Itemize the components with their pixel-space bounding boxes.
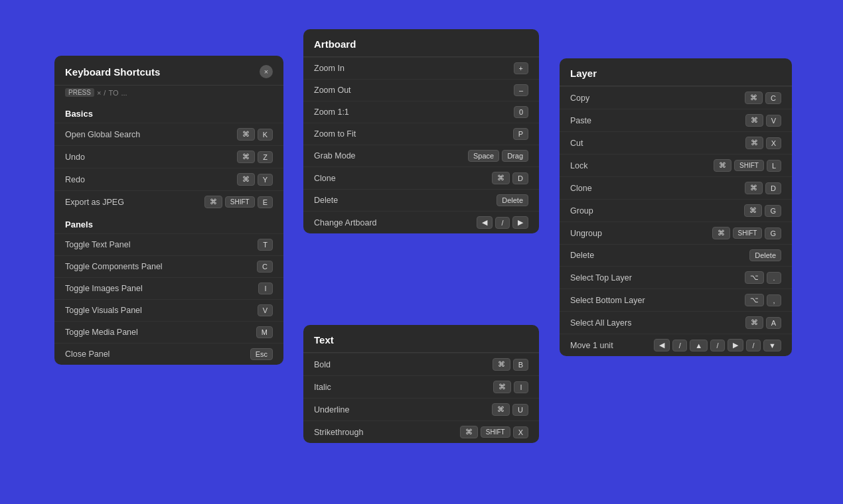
shortcut-paste: Paste V xyxy=(560,109,792,131)
cmd-key xyxy=(745,316,763,329)
c-key: C xyxy=(257,261,273,273)
shortcut-keys: / / / xyxy=(654,339,781,351)
shortcut-name: Ungroup xyxy=(570,229,602,238)
z-key: Z xyxy=(258,151,273,163)
breadcrumb-sep2: / xyxy=(104,89,106,97)
shortcut-keys: , xyxy=(745,294,781,306)
d-key: D xyxy=(765,182,781,194)
breadcrumb-sep1: × xyxy=(97,89,101,97)
shortcut-select-top-layer: Select Top Layer . xyxy=(560,266,792,288)
shortcut-keys: X xyxy=(745,137,781,149)
arrow-down-key xyxy=(763,340,781,351)
shortcut-name: Select Bottom Layer xyxy=(570,296,645,305)
cmd-key xyxy=(745,137,763,149)
shortcut-redo: Redo Y xyxy=(54,168,283,190)
shortcut-keys: D xyxy=(492,172,528,184)
shortcut-cut: Cut X xyxy=(560,131,792,154)
shortcut-strikethrough: Strikethrough SHIFT X xyxy=(303,420,539,443)
shortcut-keys: + xyxy=(514,62,528,74)
shortcut-name: Redo xyxy=(65,175,85,184)
x-key: X xyxy=(766,137,781,149)
shortcut-keys: SHIFT E xyxy=(204,196,273,208)
delete-key: Delete xyxy=(749,249,781,261)
arrow-right-key xyxy=(512,216,528,229)
shortcut-clone-layer: Clone D xyxy=(560,176,792,199)
shortcut-keys: I xyxy=(493,381,528,393)
shortcut-name: Export as JPEG xyxy=(65,198,124,207)
arrow-left-key xyxy=(654,339,670,351)
i-key: I xyxy=(514,381,528,393)
shortcut-keys: – xyxy=(514,84,528,96)
comma-key: , xyxy=(767,294,781,306)
p-key: P xyxy=(513,128,528,140)
shortcut-name: Group xyxy=(570,206,593,216)
shortcut-name: Lock xyxy=(570,161,587,170)
shortcut-keys: Delete xyxy=(497,194,528,206)
shortcut-ungroup: Ungroup SHIFT G xyxy=(560,221,792,244)
opt-key xyxy=(745,294,764,306)
layer-panel: Layer Copy C Paste V Cut X Lock SHIFT L … xyxy=(560,58,792,356)
cmd-key xyxy=(237,151,255,163)
breadcrumb-press: PRESS xyxy=(65,88,94,97)
text-panel: Text Bold B Italic I Underline U Striket… xyxy=(303,325,539,443)
artboard-panel-header: Artboard xyxy=(303,29,539,57)
shortcut-zoom-in: Zoom In + xyxy=(303,57,539,79)
text-panel-header: Text xyxy=(303,325,539,353)
t-key: T xyxy=(258,239,273,251)
shortcut-name: Grab Mode xyxy=(314,151,356,160)
minus-key: – xyxy=(514,84,528,96)
shortcut-toggle-media: Toggle Media Panel M xyxy=(54,321,283,343)
v-key: V xyxy=(258,304,273,316)
keyboard-panel-close[interactable]: × xyxy=(260,65,273,78)
shortcut-lock: Lock SHIFT L xyxy=(560,154,792,176)
arrow-right-key xyxy=(728,339,743,351)
d-key: D xyxy=(512,172,528,184)
basics-section-label: Basics xyxy=(54,102,283,123)
shortcut-group: Group G xyxy=(560,199,792,221)
cmd-key xyxy=(237,128,255,141)
shortcut-name: Copy xyxy=(570,94,589,103)
shift-key: SHIFT xyxy=(733,227,763,239)
shortcut-name: Bold xyxy=(314,360,331,369)
shortcut-keys: T xyxy=(258,239,273,251)
shortcut-name: Zoom In xyxy=(314,64,345,73)
shortcut-name: Underline xyxy=(314,405,350,414)
shortcut-name: Open Global Search xyxy=(65,130,140,139)
shortcut-underline: Underline U xyxy=(303,398,539,420)
v-key: V xyxy=(766,115,781,127)
shortcut-zoom-11: Zoom 1:1 0 xyxy=(303,101,539,123)
shortcut-keys: Z xyxy=(237,151,273,163)
cmd-key xyxy=(745,114,763,127)
shortcut-grab-mode: Grab Mode Space Drag xyxy=(303,145,539,166)
shortcut-toggle-images: Toggle Images Panel I xyxy=(54,277,283,299)
plus-key: + xyxy=(514,62,528,74)
b-key: B xyxy=(513,359,528,371)
shortcut-move-1-unit: Move 1 unit / / / xyxy=(560,334,792,356)
shortcut-keys: 0 xyxy=(514,106,528,118)
shortcut-delete-artboard: Delete Delete xyxy=(303,189,539,211)
shortcut-select-bottom-layer: Select Bottom Layer , xyxy=(560,288,792,311)
shortcut-bold: Bold B xyxy=(303,353,539,375)
cmd-key xyxy=(712,227,730,239)
shortcut-keys: M xyxy=(256,326,273,338)
shortcut-name: Cut xyxy=(570,139,583,148)
breadcrumb: PRESS × / TO ... xyxy=(54,86,283,102)
shortcut-toggle-components: Toggle Components Panel C xyxy=(54,255,283,277)
breadcrumb-to: TO xyxy=(108,89,118,97)
cmd-key xyxy=(460,426,478,438)
shortcut-keys: A xyxy=(745,316,781,329)
cmd-key xyxy=(493,358,510,371)
shortcut-name: Toggle Images Panel xyxy=(65,284,143,293)
shortcut-keys: U xyxy=(492,403,528,416)
shortcut-name: Toggle Text Panel xyxy=(65,240,130,249)
cmd-key xyxy=(237,173,255,186)
shortcut-keys: Delete xyxy=(749,249,781,261)
shortcut-keys: I xyxy=(258,283,273,294)
layer-panel-header: Layer xyxy=(560,58,792,86)
shortcut-keys: Space Drag xyxy=(468,150,528,162)
x-key: X xyxy=(513,426,528,438)
shortcut-name: Toggle Media Panel xyxy=(65,328,138,337)
shortcut-keys: C xyxy=(745,92,781,104)
shortcut-name: Zoom Out xyxy=(314,86,351,95)
zero-key: 0 xyxy=(514,106,528,118)
